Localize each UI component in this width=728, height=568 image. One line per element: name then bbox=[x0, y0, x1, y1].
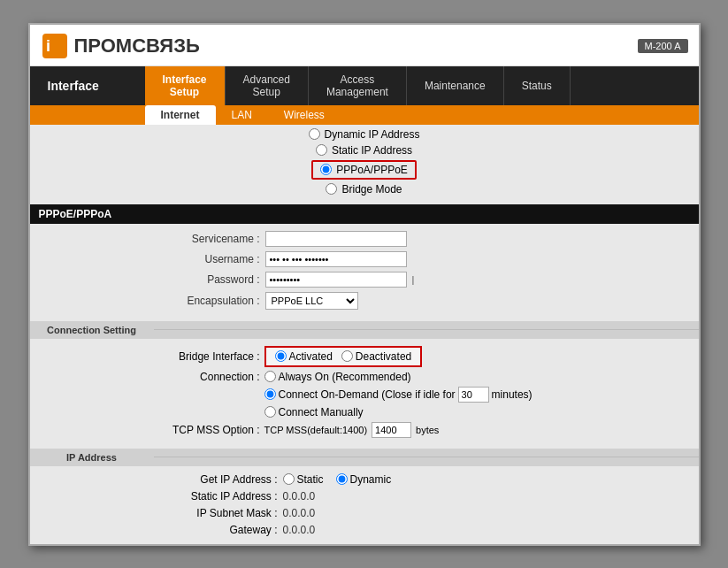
model-badge: M-200 A bbox=[638, 39, 688, 53]
password-row: Password : | bbox=[163, 272, 690, 288]
sub-tabs: Internet LAN Wireless bbox=[30, 105, 699, 125]
encapsulation-label: Encapsulation : bbox=[163, 295, 260, 307]
main-window: i ПРОМСВЯЗЬ M-200 A Interface Interface … bbox=[28, 23, 701, 546]
bridge-activated-radio[interactable] bbox=[275, 350, 287, 362]
radio-static-ip[interactable]: Static IP Address bbox=[316, 144, 412, 157]
tcp-mss-row: TCP MSS Option : TCP MSS(default:1400) b… bbox=[163, 422, 690, 438]
ip-divider-line bbox=[154, 457, 699, 457]
bridge-box: Activated Deactivated bbox=[264, 346, 423, 367]
sub-tab-wireless[interactable]: Wireless bbox=[268, 105, 341, 125]
static-label: Static bbox=[297, 473, 324, 486]
pppoe-left-label bbox=[30, 227, 154, 318]
bridge-deactivated-label: Deactivated bbox=[356, 350, 411, 363]
servicename-row: Servicename : bbox=[163, 231, 690, 247]
gateway-label: Gateway : bbox=[163, 524, 278, 536]
radio-dynamic-ip-label: Dynamic IP Address bbox=[325, 128, 420, 141]
bytes-label: bytes bbox=[416, 425, 439, 435]
tab-maintenance[interactable]: Maintenance bbox=[407, 66, 504, 105]
tab-advanced-setup[interactable]: Advanced Setup bbox=[226, 66, 309, 105]
connection-form-area: Bridge Interface : Activated Deactivated bbox=[30, 342, 699, 445]
connection-rows: Bridge Interface : Activated Deactivated bbox=[154, 342, 699, 445]
connect-on-demand-option[interactable]: Connect On-Demand (Close if idle for min… bbox=[264, 387, 533, 403]
ip-left-label bbox=[30, 470, 154, 544]
radio-pppoa-pppoe[interactable]: PPPoA/PPPoE bbox=[311, 160, 417, 180]
tcp-mss-desc: TCP MSS(default:1400) bbox=[264, 425, 368, 435]
username-label: Username : bbox=[163, 253, 260, 265]
nav-bar: Interface Interface Setup Advanced Setup… bbox=[30, 66, 699, 105]
ip-address-section-label: IP Address bbox=[30, 449, 154, 466]
tab-access-management[interactable]: Access Management bbox=[309, 66, 407, 105]
gateway-value: 0.0.0.0 bbox=[283, 524, 316, 536]
bridge-interface-label: Bridge Interface : bbox=[163, 350, 260, 363]
divider-line bbox=[154, 329, 699, 330]
dynamic-label: Dynamic bbox=[350, 473, 392, 486]
nav-tabs: Interface Setup Advanced Setup Access Ma… bbox=[145, 66, 699, 105]
logo: i ПРОМСВЯЗЬ bbox=[41, 32, 200, 60]
connection-setting-divider: Connection Setting bbox=[30, 321, 699, 339]
bridge-deactivated-radio[interactable] bbox=[341, 350, 353, 362]
username-input[interactable] bbox=[265, 251, 407, 267]
logo-text: ПРОМСВЯЗЬ bbox=[74, 35, 200, 58]
always-on-label: Always On (Recommended) bbox=[279, 371, 411, 383]
get-ip-label: Get IP Address : bbox=[163, 473, 278, 486]
sub-tab-internet[interactable]: Internet bbox=[145, 105, 216, 125]
radio-pppoa-pppoe-label: PPPoA/PPPoE bbox=[336, 164, 408, 176]
connection-always-on-row: Connection : Always On (Recommended) bbox=[163, 371, 690, 383]
radio-dynamic-ip-input[interactable] bbox=[309, 128, 320, 140]
always-on-radio[interactable] bbox=[264, 371, 276, 382]
subnet-mask-label: IP Subnet Mask : bbox=[163, 507, 278, 519]
gateway-row: Gateway : 0.0.0.0 bbox=[163, 524, 690, 536]
tab-status[interactable]: Status bbox=[504, 66, 571, 105]
bridge-deactivated-option[interactable]: Deactivated bbox=[341, 350, 411, 363]
encapsulation-row: Encapsulation : PPPoE LLC PPPoA LLC PPPo… bbox=[163, 292, 690, 310]
encapsulation-select[interactable]: PPPoE LLC PPPoA LLC PPPoE VC-Mux bbox=[265, 292, 358, 310]
subnet-mask-value: 0.0.0.0 bbox=[283, 507, 316, 519]
ip-form-area: Get IP Address : Static Dynamic Static I… bbox=[30, 470, 699, 544]
pppoe-section-header: PPPoE/PPPoA bbox=[30, 204, 699, 224]
password-label: Password : bbox=[163, 273, 260, 286]
static-ip-row: Static IP Address : 0.0.0.0 bbox=[163, 490, 690, 503]
ip-type-radio-group: Dynamic IP Address Static IP Address PPP… bbox=[30, 125, 699, 201]
nav-section-label: Interface bbox=[30, 66, 145, 105]
sub-tab-lan[interactable]: LAN bbox=[216, 105, 268, 125]
connection-left-label bbox=[30, 342, 154, 445]
tab-interface-setup[interactable]: Interface Setup bbox=[145, 66, 226, 105]
dynamic-radio[interactable] bbox=[336, 473, 348, 485]
pppoe-form-area: Servicename : Username : Password : | En… bbox=[30, 227, 699, 318]
ip-address-divider: IP Address bbox=[30, 449, 699, 466]
connect-on-demand-label: Connect On-Demand (Close if idle for bbox=[279, 388, 456, 401]
radio-static-ip-input[interactable] bbox=[316, 144, 327, 156]
ip-form-rows: Get IP Address : Static Dynamic Static I… bbox=[154, 470, 699, 544]
radio-bridge-mode-input[interactable] bbox=[326, 183, 337, 195]
dynamic-option[interactable]: Dynamic bbox=[336, 473, 392, 486]
get-ip-row: Get IP Address : Static Dynamic bbox=[163, 473, 690, 486]
connect-manually-option[interactable]: Connect Manually bbox=[264, 406, 364, 418]
radio-bridge-mode-label: Bridge Mode bbox=[341, 183, 402, 196]
static-option[interactable]: Static bbox=[283, 473, 324, 486]
connect-manually-radio[interactable] bbox=[264, 406, 276, 418]
pppoe-form-rows: Servicename : Username : Password : | En… bbox=[154, 227, 699, 318]
cursor-indicator: | bbox=[412, 274, 415, 285]
servicename-label: Servicename : bbox=[163, 233, 260, 245]
radio-static-ip-label: Static IP Address bbox=[332, 144, 412, 157]
title-bar: i ПРОМСВЯЗЬ M-200 A bbox=[30, 25, 699, 66]
servicename-input[interactable] bbox=[265, 231, 407, 247]
radio-bridge-mode[interactable]: Bridge Mode bbox=[326, 183, 402, 196]
static-ip-label: Static IP Address : bbox=[163, 490, 278, 503]
connect-on-demand-radio[interactable] bbox=[264, 388, 276, 400]
static-ip-value: 0.0.0.0 bbox=[283, 490, 316, 503]
content: Dynamic IP Address Static IP Address PPP… bbox=[30, 125, 699, 544]
password-input[interactable] bbox=[265, 272, 407, 288]
radio-dynamic-ip[interactable]: Dynamic IP Address bbox=[309, 128, 420, 141]
static-radio[interactable] bbox=[283, 473, 295, 485]
connection-setting-label: Connection Setting bbox=[30, 321, 154, 339]
username-row: Username : bbox=[163, 251, 690, 267]
connect-manually-label: Connect Manually bbox=[279, 406, 364, 418]
idle-time-input[interactable] bbox=[458, 387, 489, 403]
radio-pppoa-pppoe-input[interactable] bbox=[320, 164, 332, 175]
connect-manually-row: Connect Manually bbox=[163, 406, 690, 418]
tcp-mss-input[interactable] bbox=[372, 422, 411, 438]
always-on-option[interactable]: Always On (Recommended) bbox=[264, 371, 411, 383]
svg-text:i: i bbox=[46, 37, 50, 55]
bridge-activated-option[interactable]: Activated bbox=[275, 350, 333, 363]
